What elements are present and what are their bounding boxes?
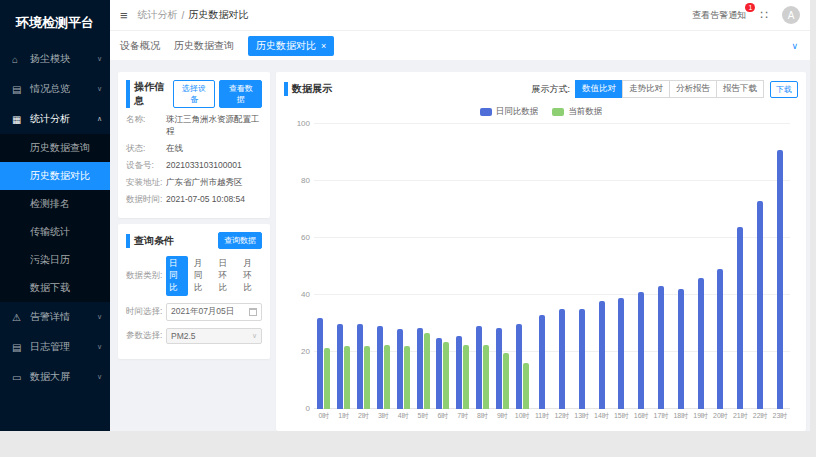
chevron-down-icon: ∨ — [97, 55, 102, 63]
legend-item-green[interactable]: 当前数据 — [552, 106, 602, 118]
category-label: 数据类别: — [126, 270, 166, 282]
x-axis-label: 11时 — [532, 411, 552, 423]
chevron-up-icon: ∧ — [97, 115, 102, 123]
sidebar-item-overview[interactable]: ▤ 情况总览 ∨ — [0, 74, 110, 104]
query-data-button[interactable]: 查询数据 — [218, 232, 262, 249]
bar-group — [413, 124, 433, 409]
category-month-mom[interactable]: 月环比 — [240, 256, 262, 296]
chart-legend: 日同比数据 当前数据 — [284, 106, 798, 118]
home-icon: ⌂ — [12, 54, 26, 65]
sidebar-item-transmission-stats[interactable]: 传输统计 — [0, 218, 110, 246]
date-picker-input[interactable]: 2021年07月05日 — [166, 303, 262, 321]
stats-icon: ▦ — [12, 114, 26, 125]
date-value: 2021年07月05日 — [171, 306, 234, 318]
bar-blue — [496, 328, 502, 409]
bar-green — [384, 345, 390, 409]
bar-blue — [717, 269, 723, 409]
bar-group — [572, 124, 592, 409]
mode-report-download[interactable]: 报告下载 — [716, 80, 764, 98]
x-axis-label: 3时 — [373, 411, 393, 423]
chart-plot: 100 80 60 40 20 0 — [314, 124, 790, 409]
info-label: 名称: — [126, 113, 166, 137]
bar-group — [730, 124, 750, 409]
sidebar-item-label: 日志管理 — [30, 340, 97, 354]
bar-blue — [417, 328, 423, 409]
sidebar-item-data-download[interactable]: 数据下载 — [0, 274, 110, 302]
fullscreen-icon[interactable]: ∷ — [760, 8, 768, 22]
category-day-mom[interactable]: 日环比 — [216, 256, 238, 296]
bar-group — [473, 124, 493, 409]
x-axis-label: 23时 — [770, 411, 790, 423]
main-area: ≡ 统计分析 / 历史数据对比 查看告警通知 1 ∷ A 设备概况 历史数据查询… — [110, 0, 810, 431]
close-icon[interactable]: × — [321, 41, 326, 51]
query-card: 查询条件 查询数据 数据类别: 日同比 月同比 日环比 月环比 时间选择: — [118, 224, 270, 359]
sidebar-item-dust-module[interactable]: ⌂ 扬尘模块 ∨ — [0, 44, 110, 74]
param-row: 参数选择: PM2.5 ∨ — [126, 328, 262, 344]
mode-value-compare[interactable]: 数值比对 — [575, 80, 623, 98]
info-value: 2021033103100001 — [166, 159, 242, 171]
tab-history-query[interactable]: 历史数据查询 — [174, 39, 234, 53]
bar-green — [404, 346, 410, 409]
bar-blue — [436, 338, 442, 409]
tab-history-compare[interactable]: 历史数据对比× — [248, 36, 334, 56]
app-title: 环境检测平台 — [0, 0, 110, 44]
notification-link[interactable]: 查看告警通知 1 — [692, 9, 746, 22]
x-axis-label: 22时 — [750, 411, 770, 423]
sidebar-item-label: 扬尘模块 — [30, 52, 97, 66]
category-day-yoy[interactable]: 日同比 — [166, 256, 188, 296]
param-label: 参数选择: — [126, 330, 166, 342]
time-label: 时间选择: — [126, 306, 166, 318]
bar-group — [334, 124, 354, 409]
sidebar-item-pollution-calendar[interactable]: 污染日历 — [0, 246, 110, 274]
tabbar-chevron-icon[interactable]: ∨ — [791, 41, 798, 51]
data-display-title: 数据展示 — [284, 82, 332, 96]
viewport: 环境检测平台 ⌂ 扬尘模块 ∨ ▤ 情况总览 ∨ ▦ 统计分析 ∧ 历史数据查询… — [0, 0, 816, 457]
sidebar-item-alarm-details[interactable]: ⚠ 告警详情 ∨ — [0, 302, 110, 332]
bar-blue — [678, 289, 684, 409]
category-month-yoy[interactable]: 月同比 — [191, 256, 213, 296]
bar-blue — [377, 326, 383, 409]
sidebar-item-data-screen[interactable]: ▭ 数据大屏 ∨ — [0, 362, 110, 392]
time-row: 时间选择: 2021年07月05日 — [126, 303, 262, 321]
avatar[interactable]: A — [782, 6, 800, 24]
overview-icon: ▤ — [12, 84, 26, 95]
mode-analysis-report[interactable]: 分析报告 — [669, 80, 717, 98]
info-value: 在线 — [166, 142, 183, 154]
parameter-value: PM2.5 — [171, 331, 196, 341]
x-axis-label: 9时 — [492, 411, 512, 423]
screen-icon: ▭ — [12, 372, 26, 383]
sidebar-item-label: 统计分析 — [30, 112, 97, 126]
statistics-submenu: 历史数据查询 历史数据对比 检测排名 传输统计 污染日历 数据下载 — [0, 134, 110, 302]
sidebar-item-history-compare[interactable]: 历史数据对比 — [0, 162, 110, 190]
chevron-down-icon: ∨ — [97, 373, 102, 381]
mode-trend-compare[interactable]: 走势比对 — [622, 80, 670, 98]
x-axis-label: 5时 — [413, 411, 433, 423]
bar-blue — [638, 292, 644, 409]
sidebar-item-statistics[interactable]: ▦ 统计分析 ∧ — [0, 104, 110, 134]
category-row: 数据类别: 日同比 月同比 日环比 月环比 — [126, 256, 262, 296]
bar-group — [611, 124, 631, 409]
bar-green — [364, 346, 370, 409]
download-button[interactable]: 下载 — [770, 81, 798, 98]
bar-group — [691, 124, 711, 409]
info-value: 广东省广州市越秀区 — [166, 176, 243, 188]
view-data-button[interactable]: 查看数据 — [219, 80, 262, 108]
bar-blue — [658, 286, 664, 409]
chevron-down-icon: ∨ — [252, 332, 257, 340]
menu-collapse-icon[interactable]: ≡ — [120, 8, 128, 23]
parameter-select[interactable]: PM2.5 ∨ — [166, 328, 262, 344]
bar-group — [393, 124, 413, 409]
tab-device-overview[interactable]: 设备概况 — [120, 39, 160, 53]
sidebar-item-detection-rank[interactable]: 检测排名 — [0, 190, 110, 218]
bar-group — [453, 124, 473, 409]
select-device-button[interactable]: 选择设备 — [173, 80, 216, 108]
x-axis-label: 16时 — [631, 411, 651, 423]
legend-item-blue[interactable]: 日同比数据 — [480, 106, 539, 118]
bar-group — [592, 124, 612, 409]
sidebar-item-log-management[interactable]: ▤ 日志管理 ∨ — [0, 332, 110, 362]
bar-blue — [456, 336, 462, 409]
app-window: 环境检测平台 ⌂ 扬尘模块 ∨ ▤ 情况总览 ∨ ▦ 统计分析 ∧ 历史数据查询… — [0, 0, 810, 431]
sidebar-item-history-query[interactable]: 历史数据查询 — [0, 134, 110, 162]
bar-blue — [476, 326, 482, 409]
data-display-card: 数据展示 展示方式: 数值比对 走势比对 分析报告 报告下载 下载 — [276, 72, 806, 431]
